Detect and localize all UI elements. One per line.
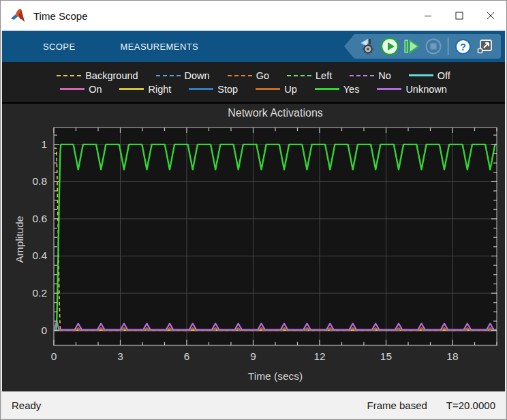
legend-swatch-off bbox=[409, 74, 433, 76]
ribbon-tab-bar: SCOPE MEASUREMENTS bbox=[2, 31, 505, 62]
svg-text:?: ? bbox=[460, 41, 466, 52]
legend-swatch-left bbox=[287, 75, 311, 76]
legend-label: Up bbox=[284, 84, 297, 95]
legend-swatch-up bbox=[256, 88, 280, 90]
legend-label: Go bbox=[256, 70, 269, 81]
x-tick-label: 3 bbox=[117, 350, 123, 362]
window-title: Time Scope bbox=[33, 10, 87, 22]
x-tick-label: 12 bbox=[313, 350, 325, 362]
y-tick-label: 0.8 bbox=[32, 175, 47, 187]
channel-legend: BackgroundDownGoLeftNoOffOnRightStopUpYe… bbox=[2, 62, 505, 104]
window-body: SCOPE MEASUREMENTS bbox=[1, 31, 506, 419]
title-bar: Time Scope bbox=[1, 1, 506, 31]
legend-item-unknown[interactable]: Unknown bbox=[377, 84, 446, 95]
legend-swatch-stop bbox=[189, 88, 213, 90]
legend-swatch-no bbox=[350, 75, 374, 76]
x-tick-label: 18 bbox=[446, 350, 458, 362]
legend-item-on[interactable]: On bbox=[60, 84, 102, 95]
popout-button[interactable] bbox=[474, 35, 495, 57]
x-tick-label: 6 bbox=[184, 350, 190, 362]
run-button[interactable] bbox=[379, 35, 401, 57]
status-bar: Ready Frame based T=20.0000 bbox=[2, 391, 505, 418]
legend-item-off[interactable]: Off bbox=[409, 70, 450, 81]
step-forward-icon bbox=[403, 38, 420, 55]
legend-swatch-on bbox=[60, 88, 84, 90]
legend-swatch-background bbox=[57, 75, 81, 76]
time-scope-window: Time Scope SCOPE MEASUREMENTS bbox=[0, 0, 507, 420]
legend-swatch-down bbox=[156, 75, 181, 76]
step-back-settings-button[interactable] bbox=[357, 35, 379, 57]
x-tick-label: 0 bbox=[51, 350, 57, 362]
matlab-logo-icon bbox=[10, 7, 28, 25]
y-tick-label: 0.4 bbox=[32, 250, 47, 262]
legend-row: OnRightStopUpYesUnknown bbox=[2, 84, 505, 95]
legend-swatch-unknown bbox=[377, 88, 401, 90]
legend-label: Unknown bbox=[405, 84, 446, 95]
legend-label: Yes bbox=[343, 84, 360, 95]
step-forward-button[interactable] bbox=[401, 35, 422, 57]
legend-swatch-go bbox=[228, 75, 252, 76]
simulation-toolbar: ? bbox=[354, 34, 501, 59]
y-axis-label: Amplitude bbox=[14, 216, 26, 263]
minimize-button[interactable] bbox=[412, 1, 444, 31]
simulation-time-text: T=20.0000 bbox=[446, 400, 495, 411]
x-axis-label: Time (secs) bbox=[54, 370, 497, 382]
popout-icon bbox=[476, 38, 493, 55]
close-button[interactable] bbox=[475, 1, 506, 31]
frame-mode-text: Frame based bbox=[367, 400, 427, 411]
legend-item-left[interactable]: Left bbox=[287, 70, 332, 81]
legend-label: Background bbox=[85, 70, 138, 81]
tab-measurements[interactable]: MEASUREMENTS bbox=[121, 42, 199, 52]
plot-panel: 036912151800.20.40.60.81 Network Activat… bbox=[2, 104, 505, 391]
legend-label: Down bbox=[185, 70, 210, 81]
legend-label: No bbox=[378, 70, 391, 81]
legend-swatch-right bbox=[119, 88, 144, 90]
stop-button[interactable] bbox=[422, 35, 444, 57]
legend-item-up[interactable]: Up bbox=[256, 84, 297, 95]
legend-item-yes[interactable]: Yes bbox=[315, 84, 360, 95]
stop-icon bbox=[425, 38, 442, 55]
y-tick-label: 0 bbox=[41, 325, 47, 336]
legend-item-right[interactable]: Right bbox=[119, 84, 171, 95]
legend-label: On bbox=[89, 84, 102, 95]
y-tick-label: 0.2 bbox=[32, 287, 47, 299]
legend-item-background[interactable]: Background bbox=[57, 70, 138, 81]
legend-item-no[interactable]: No bbox=[350, 70, 391, 81]
y-tick-label: 0.6 bbox=[32, 213, 47, 224]
legend-label: Off bbox=[437, 70, 450, 81]
help-icon: ? bbox=[455, 38, 472, 55]
legend-item-down[interactable]: Down bbox=[156, 70, 210, 81]
maximize-button[interactable] bbox=[444, 1, 475, 31]
help-button[interactable]: ? bbox=[452, 35, 474, 57]
legend-item-go[interactable]: Go bbox=[228, 70, 269, 81]
plot-title: Network Activations bbox=[54, 107, 497, 119]
status-text: Ready bbox=[12, 400, 41, 411]
step-back-gear-icon bbox=[359, 38, 377, 55]
waveform-plot[interactable]: 036912151800.20.40.60.81 bbox=[2, 104, 505, 391]
legend-row: BackgroundDownGoLeftNoOff bbox=[2, 70, 505, 81]
x-tick-label: 9 bbox=[250, 350, 256, 362]
legend-label: Left bbox=[316, 70, 332, 81]
x-tick-label: 15 bbox=[380, 350, 392, 362]
legend-label: Right bbox=[148, 84, 171, 95]
run-icon bbox=[380, 37, 399, 56]
toolbar-separator bbox=[448, 38, 448, 55]
legend-swatch-yes bbox=[315, 88, 339, 90]
legend-item-stop[interactable]: Stop bbox=[189, 84, 238, 95]
legend-label: Stop bbox=[217, 84, 238, 95]
tab-scope[interactable]: SCOPE bbox=[43, 42, 76, 52]
y-tick-label: 1 bbox=[41, 138, 47, 150]
